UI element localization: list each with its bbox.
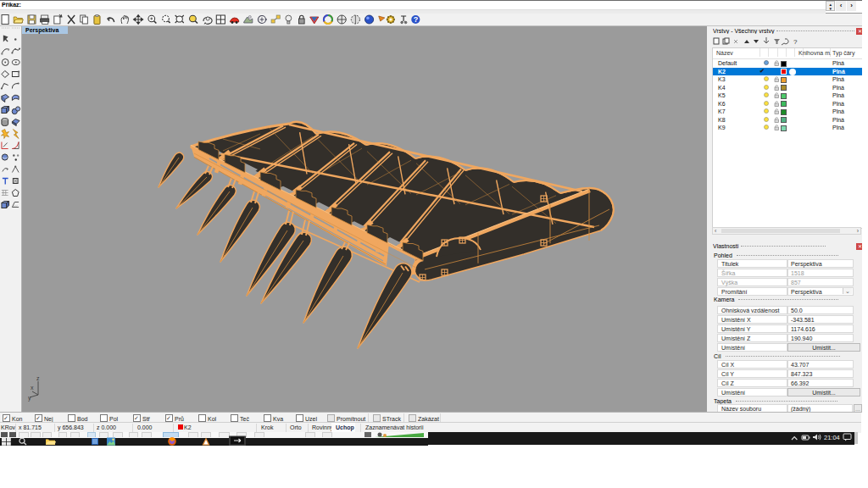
svg-text:?: ? [414,15,419,24]
svg-text:z: z [36,376,40,381]
svg-text:?: ? [793,38,798,46]
svg-text:y: y [28,395,31,402]
svg-text:21:04: 21:04 [824,434,840,441]
svg-text:x: x [31,385,34,391]
